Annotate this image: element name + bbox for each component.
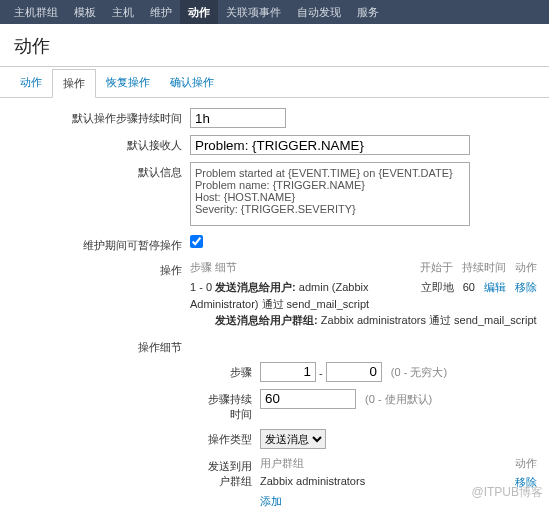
- ops-col-duration: 持续时间: [462, 261, 506, 273]
- ops-remove-link[interactable]: 移除: [515, 281, 537, 293]
- tabs: 动作 操作 恢复操作 确认操作: [0, 69, 549, 98]
- step-duration-input[interactable]: [260, 389, 356, 409]
- default-recipient-input[interactable]: [190, 135, 470, 155]
- nav-hosts[interactable]: 主机: [104, 0, 142, 24]
- tab-ack[interactable]: 确认操作: [160, 69, 224, 97]
- tab-operations[interactable]: 操作: [52, 69, 96, 98]
- step-from-input[interactable]: [260, 362, 316, 382]
- operations-label: 操作: [12, 260, 190, 278]
- groups-add-link[interactable]: 添加: [260, 495, 282, 507]
- ops-line2-value: Zabbix administrators 通过 send_mail_scrip…: [321, 314, 537, 326]
- op-type-label: 操作类型: [202, 429, 260, 447]
- nav-services[interactable]: 服务: [349, 0, 387, 24]
- nav-templates[interactable]: 模板: [66, 0, 104, 24]
- ops-line2-prefix: 发送消息给用户群组:: [215, 314, 318, 326]
- ops-line1-prefix: 发送消息给用户:: [215, 281, 296, 293]
- tab-recovery[interactable]: 恢复操作: [96, 69, 160, 97]
- pause-maintenance-label: 维护期间可暂停操作: [12, 235, 190, 253]
- groups-col-r: 动作: [515, 456, 537, 471]
- default-step-duration-label: 默认操作步骤持续时间: [12, 108, 190, 126]
- step-label: 步骤: [202, 362, 260, 380]
- form: 默认操作步骤持续时间 默认接收人 默认信息 Problem started at…: [0, 98, 549, 507]
- step-to-input[interactable]: [326, 362, 382, 382]
- ops-col-detail: 细节: [215, 261, 237, 273]
- send-groups-label: 发送到用户群组: [202, 456, 260, 489]
- ops-line1-immediate: 立即地: [421, 281, 454, 293]
- nav-hostgroups[interactable]: 主机群组: [6, 0, 66, 24]
- pause-maintenance-checkbox[interactable]: [190, 235, 203, 248]
- nav-discovery[interactable]: 自动发现: [289, 0, 349, 24]
- op-detail-label: 操作细节: [12, 337, 190, 355]
- groups-col-l: 用户群组: [260, 456, 515, 471]
- nav-correlation[interactable]: 关联项事件: [218, 0, 289, 24]
- top-nav: 主机群组 模板 主机 维护 动作 关联项事件 自动发现 服务: [0, 0, 549, 24]
- nav-maintenance[interactable]: 维护: [142, 0, 180, 24]
- page-title: 动作: [0, 24, 549, 67]
- ops-row-range: 1 - 0: [190, 281, 212, 293]
- step-duration-label: 步骤持续时间: [202, 389, 260, 422]
- default-step-duration-input[interactable]: [190, 108, 286, 128]
- tab-action[interactable]: 动作: [10, 69, 52, 97]
- step-duration-hint: (0 - 使用默认): [365, 393, 432, 405]
- step-hint: (0 - 无穷大): [391, 366, 447, 378]
- default-message-label: 默认信息: [12, 162, 190, 180]
- ops-line1-dur: 60: [463, 281, 475, 293]
- op-type-select[interactable]: 发送消息: [260, 429, 326, 449]
- ops-col-action: 动作: [515, 261, 537, 273]
- watermark: @ITPUB博客: [471, 484, 543, 501]
- default-message-textarea[interactable]: Problem started at {EVENT.TIME} on {EVEN…: [190, 162, 470, 226]
- nav-actions[interactable]: 动作: [180, 0, 218, 24]
- default-recipient-label: 默认接收人: [12, 135, 190, 153]
- ops-col-step: 步骤: [190, 261, 212, 273]
- ops-edit-link[interactable]: 编辑: [484, 281, 506, 293]
- ops-col-start: 开始于: [420, 261, 453, 273]
